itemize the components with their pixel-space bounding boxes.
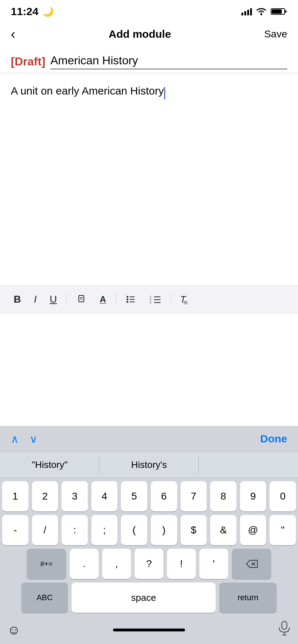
key-hashes[interactable]: #+= [27,549,66,579]
svg-rect-3 [272,9,282,14]
keyboard-nav: ∧ ∨ [11,433,37,445]
text-style-group: B I U [7,291,63,308]
save-button[interactable]: Save [264,28,287,40]
key-comma[interactable]: , [102,549,131,579]
key-9[interactable]: 9 [240,481,266,511]
nav-bar: ‹ Add module Save [0,22,298,47]
svg-rect-22 [282,621,287,629]
svg-rect-2 [285,10,286,13]
mic-icon [278,621,291,636]
text-cursor [164,87,165,99]
abc-key[interactable]: ABC [21,583,68,613]
key-3[interactable]: 3 [62,481,88,511]
status-time: 11:24 [11,5,39,18]
keyboard-rows: 1 2 3 4 5 6 7 8 9 0 - / : ; ( ) $ & @ " … [0,478,298,618]
module-title-row: [Draft] [0,47,298,73]
emoji-button[interactable]: ☺ [7,622,21,638]
key-dollar[interactable]: $ [181,515,207,545]
draft-label: [Draft] [11,55,45,68]
numbered-list-icon: 1 2 3 [149,294,161,305]
key-4[interactable]: 4 [91,481,118,511]
keyboard-toolbar: ∧ ∨ Done [0,426,298,452]
numbered-list-button[interactable]: 1 2 3 [143,291,168,308]
svg-rect-4 [79,295,84,302]
prev-field-button[interactable]: ∧ [11,433,19,445]
next-field-button[interactable]: ∨ [30,433,37,445]
key-quote[interactable]: " [270,515,296,545]
description-text: A unit on early American History [11,85,164,97]
autocomplete-row: "History" History's [0,452,298,478]
delete-key[interactable] [232,549,271,579]
key-7[interactable]: 7 [181,481,207,511]
key-slash[interactable]: / [32,515,58,545]
moon-icon: 🌙 [42,6,54,17]
key-exclaim[interactable]: ! [167,549,196,579]
svg-point-0 [261,14,262,15]
toolbar-divider-2 [116,293,116,305]
battery-icon [271,7,287,16]
space-key[interactable]: space [72,583,216,613]
keyboard-bottom: ☺ [0,618,298,644]
key-5[interactable]: 5 [121,481,147,511]
svg-point-10 [126,301,128,303]
italic-button[interactable]: I [27,291,43,308]
bold-button[interactable]: B [7,291,27,308]
underline-button[interactable]: U [43,291,63,308]
format-toolbar: B I U A [0,285,298,313]
module-title-input[interactable] [50,54,287,69]
number-row: 1 2 3 4 5 6 7 8 9 0 [2,481,296,511]
key-period[interactable]: . [70,549,99,579]
signal-icon [241,8,252,15]
highlight-icon [76,294,87,305]
microphone-button[interactable] [278,621,291,639]
back-button[interactable]: ‹ [11,27,15,42]
svg-text:3: 3 [150,301,152,304]
key-8[interactable]: 8 [210,481,236,511]
key-colon[interactable]: : [62,515,88,545]
key-dash[interactable]: - [2,515,28,545]
keyboard-done-button[interactable]: Done [260,433,287,445]
special-row: #+= . , ? ! ' [2,549,296,579]
autocomplete-item-0[interactable]: "History" [0,452,99,477]
symbol-row: - / : ; ( ) $ & @ " [2,515,296,545]
key-question[interactable]: ? [135,549,163,579]
key-open-paren[interactable]: ( [121,515,147,545]
keyboard-container: ∧ ∨ Done "History" History's 1 2 3 4 5 6… [0,426,298,644]
text-color-button[interactable]: A [93,291,112,307]
wifi-icon [256,7,267,16]
autocomplete-item-2[interactable] [199,452,298,477]
key-ampersand[interactable]: & [210,515,236,545]
color-group: A [69,291,112,308]
bottom-key-row: ABC space return [2,583,296,613]
key-6[interactable]: 6 [151,481,177,511]
svg-point-9 [126,299,128,300]
bullet-list-icon [125,294,136,305]
bullet-list-button[interactable] [119,291,143,308]
highlight-button[interactable] [69,291,93,308]
toolbar-divider-1 [66,293,67,305]
key-0[interactable]: 0 [270,481,296,511]
page-title: Add module [109,28,171,40]
key-2[interactable]: 2 [32,481,58,511]
return-key[interactable]: return [219,583,277,613]
toolbar-divider-3 [171,293,171,305]
delete-icon [245,559,258,569]
clear-format-button[interactable]: T ⊗ [174,291,193,308]
key-at[interactable]: @ [240,515,266,545]
svg-point-8 [126,296,128,298]
key-close-paren[interactable]: ) [151,515,177,545]
key-semicolon[interactable]: ; [91,515,118,545]
list-group: 1 2 3 [119,291,168,308]
status-icons [241,7,287,16]
autocomplete-item-1[interactable]: History's [99,452,199,477]
key-apostrophe[interactable]: ' [199,549,228,579]
key-1[interactable]: 1 [2,481,28,511]
home-indicator [113,629,185,631]
status-bar: 11:24 🌙 [0,0,298,22]
description-area[interactable]: A unit on early American History [0,73,298,188]
